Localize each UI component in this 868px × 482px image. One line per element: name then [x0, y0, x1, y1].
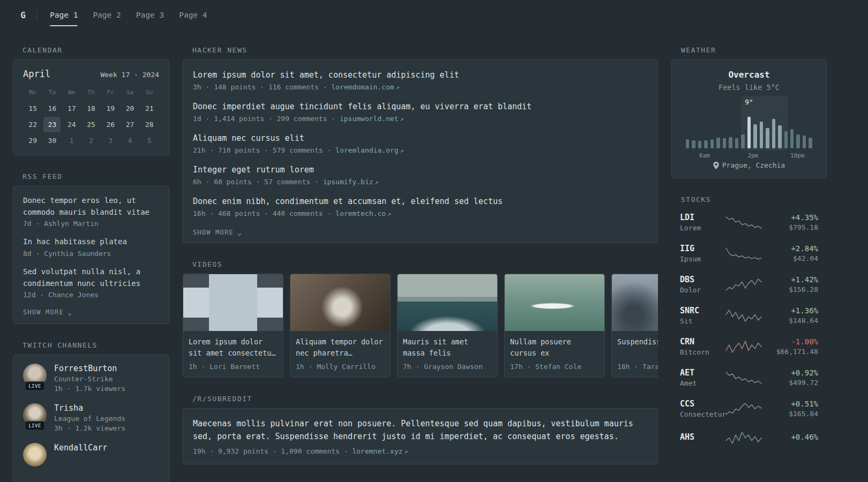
video-card[interactable]: Suspendisse diam 18h · Tara: [611, 274, 658, 378]
middle-column: HACKER NEWS Lorem ipsum dolor sit amet, …: [183, 46, 658, 481]
stock-change: +2.84%: [767, 244, 818, 253]
app-logo[interactable]: G: [13, 10, 33, 20]
weather-condition: Overcast: [680, 70, 818, 80]
weather-widget: WEATHER Overcast Feels like 5°C 9° 6am 2…: [671, 46, 827, 178]
video-meta: 1h · Molly Carrillo: [296, 363, 385, 371]
weather-card: Overcast Feels like 5°C 9° 6am 2pm 10pm …: [671, 59, 827, 178]
weather-bar: [686, 139, 689, 148]
stock-name: Bitcorn: [680, 348, 721, 356]
video-card[interactable]: Lorem ipsum dolor sit amet consectetu… 1…: [183, 274, 283, 378]
stock-name: Sit: [680, 317, 721, 325]
weekday-label: Th: [81, 86, 101, 100]
twitch-channel-row[interactable]: LIVE Trisha League of Legends 3h · 1.2k …: [23, 403, 159, 432]
stock-row[interactable]: AETAmet +0.92%$499.72: [671, 362, 827, 393]
weekday-label: Mo: [23, 86, 42, 100]
hn-show-more-button[interactable]: SHOW MORE ⌄: [193, 229, 242, 236]
chevron-down-icon: ⌄: [68, 310, 73, 314]
video-card[interactable]: Mauris sit amet massa felis 7h · Grayson…: [397, 274, 498, 378]
external-link-icon: ↗: [396, 84, 400, 91]
weather-bar: [735, 138, 738, 148]
subreddit-domain-link[interactable]: loremnet.xyz: [352, 447, 402, 455]
weather-bar: [772, 119, 775, 148]
tab-page-1[interactable]: Page 1: [42, 0, 85, 30]
channel-game: League of Legends: [54, 415, 125, 423]
channel-name[interactable]: KendallCarr: [54, 443, 107, 453]
stock-row[interactable]: CRNBitcorn -1.00%$66,171.48: [671, 331, 827, 362]
video-title[interactable]: Mauris sit amet massa felis: [403, 336, 492, 359]
calendar-day: 20: [122, 101, 139, 116]
hn-item-title[interactable]: Donec imperdiet augue tincidunt felis al…: [193, 101, 648, 112]
section-title-hackernews: HACKER NEWS: [192, 46, 658, 54]
stock-row[interactable]: SNRCSit +1.36%$148.64: [671, 300, 827, 331]
hackernews-card: Lorem ipsum dolor sit amet, consectetur …: [183, 59, 658, 243]
show-more-label: SHOW MORE: [193, 229, 234, 236]
rss-item-title[interactable]: Sed volutpat nulla nisl, a condimentum n…: [23, 266, 159, 289]
hn-item-domain-link[interactable]: loremdomain.com: [331, 83, 394, 91]
video-title[interactable]: Aliquam tempor dolor nec pharetra…: [296, 336, 385, 359]
rss-item-meta: 12d · Chance Jones: [23, 291, 159, 299]
twitch-channel-row[interactable]: KendallCarr: [23, 443, 159, 466]
weather-bar: [753, 124, 757, 148]
tab-page-4[interactable]: Page 4: [171, 0, 214, 30]
stock-price: $795.18: [767, 223, 818, 231]
stock-row[interactable]: IIGIpsum +2.84%$42.04: [671, 238, 827, 269]
avatar-wrap: LIVE: [23, 403, 47, 427]
hn-item-title[interactable]: Lorem ipsum dolor sit amet, consectetur …: [193, 70, 648, 81]
tab-page-3[interactable]: Page 3: [129, 0, 171, 30]
stock-row[interactable]: AHS +0.46%: [671, 424, 827, 451]
video-card[interactable]: Aliquam tempor dolor nec pharetra… 1h · …: [290, 274, 391, 378]
avatar-wrap: LIVE: [23, 364, 47, 387]
calendar-day: 22: [24, 117, 41, 132]
twitch-channel-row[interactable]: LIVE ForrestBurton Counter-Strike 1h · 1…: [23, 364, 159, 393]
tab-page-2[interactable]: Page 2: [85, 0, 128, 30]
stock-price: $66,171.48: [767, 348, 818, 356]
weather-x-label: 2pm: [747, 152, 758, 159]
stock-name: Dolor: [680, 286, 721, 294]
weather-bar: [796, 134, 799, 148]
rss-show-more-button[interactable]: SHOW MORE ⌄: [23, 308, 72, 316]
stocks-widget: STOCKS LDILorem +4.35%$795.18 IIGIpsum +…: [671, 195, 827, 451]
channel-name[interactable]: ForrestBurton: [54, 364, 125, 373]
video-title[interactable]: Suspendisse diam: [617, 336, 658, 359]
hn-item-title[interactable]: Aliquam nec cursus elit: [193, 133, 648, 144]
weather-bar: [778, 125, 781, 148]
subreddit-card: Maecenas mollis pulvinar erat non posuer…: [183, 408, 658, 464]
stock-row[interactable]: CCSConsectetur +0.51%$165.84: [671, 393, 827, 424]
right-column: WEATHER Overcast Feels like 5°C 9° 6am 2…: [671, 46, 827, 468]
hn-item-title[interactable]: Donec enim nibh, condimentum et accumsan…: [193, 196, 648, 207]
weather-bar: [692, 140, 695, 148]
hn-item-domain-link[interactable]: loremlandia.org: [335, 146, 398, 154]
weather-bar: [710, 139, 714, 148]
calendar-day: 24: [63, 117, 80, 132]
rss-item-meta: 7d · Ashlyn Martin: [23, 220, 159, 228]
video-title[interactable]: Lorem ipsum dolor sit amet consectetu…: [189, 336, 278, 359]
rss-item-title[interactable]: In hac habitasse platea: [23, 236, 159, 248]
calendar-month: April: [23, 69, 50, 79]
stock-row[interactable]: LDILorem +4.35%$795.18: [671, 207, 827, 238]
external-link-icon: ↗: [400, 147, 404, 154]
video-thumbnail[interactable]: [398, 274, 497, 331]
calendar-widget: CALENDAR April Week 17 · 2024 Mo Tu We T…: [13, 46, 169, 155]
subreddit-post-title[interactable]: Maecenas mollis pulvinar erat non posuer…: [193, 417, 648, 443]
hn-item-domain-link[interactable]: ipsumworld.net: [340, 115, 399, 123]
video-title[interactable]: Nullam posuere cursus ex: [510, 336, 599, 359]
video-thumbnail[interactable]: [612, 274, 658, 331]
channel-name[interactable]: Trisha: [54, 403, 125, 413]
video-card[interactable]: Nullam posuere cursus ex 17h · Stefan Co…: [504, 274, 605, 378]
show-more-label: SHOW MORE: [23, 308, 64, 316]
hn-item-domain-link[interactable]: loremtech.co: [335, 209, 386, 217]
video-thumbnail[interactable]: [290, 274, 390, 331]
hn-item-domain-link[interactable]: ipsumify.biz: [323, 178, 373, 186]
video-thumbnail[interactable]: [505, 274, 604, 331]
rss-item-title[interactable]: Donec tempor eros leo, ut commodo mauris…: [23, 195, 159, 218]
weather-location[interactable]: Prague, Czechia: [680, 161, 818, 169]
calendar-card: April Week 17 · 2024 Mo Tu We Th Fr Sa S…: [13, 59, 169, 155]
hn-item-title[interactable]: Integer eget rutrum lorem: [193, 164, 648, 176]
calendar-week-label: Week 17 · 2024: [100, 71, 159, 79]
stock-row[interactable]: DBSDolor +1.42%$156.28: [671, 269, 827, 300]
hn-meta-text: 16h · 468 points · 440 comments ·: [193, 209, 335, 217]
hn-item: Integer eget rutrum lorem 6h · 60 points…: [193, 164, 648, 186]
calendar-day: 3: [102, 133, 119, 148]
video-thumbnail[interactable]: [183, 274, 283, 331]
videos-row: Lorem ipsum dolor sit amet consectetu… 1…: [183, 274, 658, 378]
